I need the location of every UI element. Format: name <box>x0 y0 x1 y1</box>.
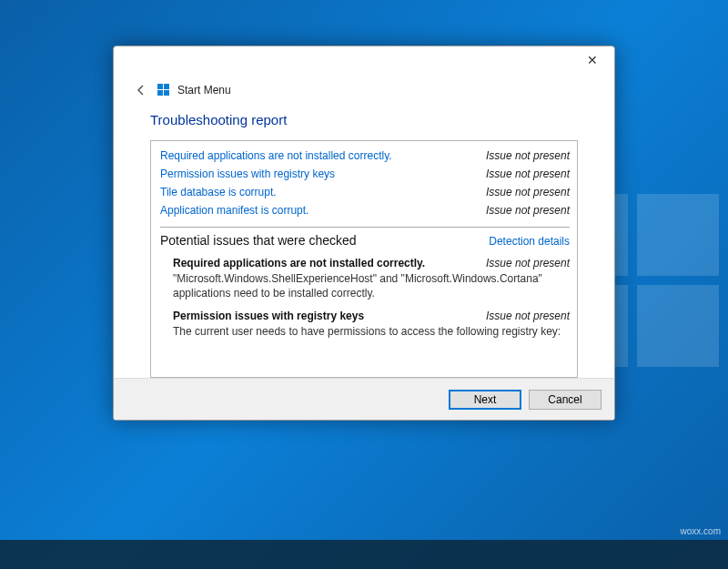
wizard-body: Troubleshooting report Required applicat… <box>114 103 614 378</box>
page-title: Troubleshooting report <box>150 112 578 127</box>
issue-link[interactable]: Application manifest is corrupt. <box>160 204 308 217</box>
issue-link[interactable]: Permission issues with registry keys <box>160 168 335 180</box>
troubleshooter-wizard-window: ✕ Start Menu Troubleshooting report Requ… <box>113 46 615 421</box>
issue-link-row: Tile database is corrupt. Issue not pres… <box>160 183 570 201</box>
issue-detail-desc: "Microsoft.Windows.ShellExperienceHost" … <box>173 269 570 300</box>
issue-link-row: Permission issues with registry keys Iss… <box>160 165 570 183</box>
issue-status: Issue not present <box>486 204 570 217</box>
issue-status: Issue not present <box>486 149 570 162</box>
issue-detail-title: Permission issues with registry keys <box>173 310 364 322</box>
watermark-text: woxx.com <box>681 526 721 536</box>
section-divider <box>160 227 570 228</box>
windows-logo-icon <box>157 84 170 97</box>
wizard-footer: Next Cancel <box>114 378 614 420</box>
issue-link[interactable]: Required applications are not installed … <box>160 149 392 162</box>
issue-detail-desc: The current user needs to have permissio… <box>173 322 570 339</box>
close-icon[interactable]: ✕ <box>578 50 607 72</box>
issue-detail-block: Permission issues with registry keys Iss… <box>160 308 570 346</box>
nav-row: Start Menu <box>114 77 614 103</box>
issue-detail-status: Issue not present <box>486 257 570 269</box>
detection-details-link[interactable]: Detection details <box>489 235 570 248</box>
issue-detail-block: Required applications are not installed … <box>160 255 570 308</box>
issue-link-row: Application manifest is corrupt. Issue n… <box>160 201 570 219</box>
issue-detail-title: Required applications are not installed … <box>173 257 425 269</box>
titlebar: ✕ <box>114 46 614 77</box>
report-scroll-area[interactable]: Required applications are not installed … <box>151 141 577 377</box>
issue-detail-status: Issue not present <box>486 310 570 322</box>
issue-status: Issue not present <box>486 168 570 180</box>
section-title: Potential issues that were checked <box>160 233 357 248</box>
section-header: Potential issues that were checked Detec… <box>160 229 570 255</box>
nav-title: Start Menu <box>177 84 231 97</box>
next-button[interactable]: Next <box>449 390 521 410</box>
taskbar[interactable] <box>0 540 728 569</box>
issue-link[interactable]: Tile database is corrupt. <box>160 186 277 198</box>
cancel-button[interactable]: Cancel <box>529 390 602 410</box>
issue-link-row: Required applications are not installed … <box>160 147 570 165</box>
back-arrow-icon[interactable] <box>132 81 150 99</box>
issue-status: Issue not present <box>486 186 570 198</box>
report-box: Required applications are not installed … <box>150 140 578 378</box>
